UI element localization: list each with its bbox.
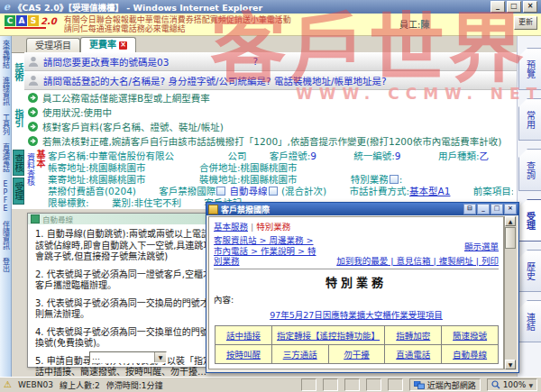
tab-close-icon[interactable]: ×	[119, 41, 127, 50]
notes-window-icon	[31, 214, 40, 223]
link-call-forwarding[interactable]: 指定轉接【遙控指轉功能】	[277, 331, 380, 341]
customer-row-1: 客戶名稱:中華電信股份有限公 公司 客戶證號:9 統一編號:9 用戶種類:乙	[48, 150, 513, 162]
block-paid-audio: 禁撥付費語音(0204)	[48, 186, 136, 196]
limit-label: 限舉標數:	[48, 197, 89, 208]
guide-text: 員工公務電話僅能選擇B型或上網型費率	[42, 91, 210, 105]
user-kind-label: 用戶種類:	[438, 150, 480, 161]
rail-item-call-transfer[interactable]: 來電轉結	[1, 40, 11, 68]
link-do-not-disturb[interactable]: 勿干擾	[344, 350, 370, 360]
block-intl-icon[interactable]	[216, 187, 225, 196]
link-auto-hunting[interactable]: 自動尋線	[453, 350, 487, 360]
zoom-pane[interactable]: 100% ▼	[487, 378, 537, 391]
rail-item-direct-call[interactable]: 直通電話	[1, 143, 11, 172]
zoom-caret-icon[interactable]: ▼	[528, 382, 533, 388]
show-menu-link[interactable]: 顯示選單	[336, 240, 499, 252]
popup-scrollbar[interactable]: ▲ ▼	[504, 216, 517, 369]
billing-address: 帳寄地址:桃園縣桃園市	[48, 162, 146, 173]
dropdown-arrow-icon[interactable]: ▼	[154, 352, 166, 362]
status-pane	[301, 378, 316, 391]
popup-title: 客戶禁撥國際	[221, 204, 270, 215]
zoom-icon	[491, 380, 500, 389]
script-row: 請問電話登記的大名/名稱是? 身分證字號/公司統編是? 電話裝機地址/帳單地址是…	[24, 71, 517, 90]
special-service-announcement-link[interactable]: 97年5月27日因應特業擴大空櫃作業受理項目	[270, 310, 443, 320]
basic-label: 基本	[35, 150, 45, 168]
special-services-table: 話中插接 指定轉接【遙控指轉功能】 指轉加密 簡速撥號 按時叫醒 三方通話 勿干…	[215, 325, 499, 364]
scroll-thumb[interactable]	[505, 227, 516, 249]
tab-query[interactable]: 查詢	[518, 149, 541, 191]
tab-history[interactable]: 歷史	[518, 250, 541, 292]
popup-minimize-button[interactable]: _	[477, 204, 490, 214]
customer-type: 公司	[227, 150, 246, 161]
popup-restore-button[interactable]: □	[491, 204, 503, 214]
nav-basic-service[interactable]: 基本服務	[214, 222, 248, 232]
scroll-up-icon[interactable]: ▲	[505, 216, 516, 226]
page-action-links[interactable]: 加到我的最愛 | 意見信箱 | 複製網址 | 列印	[336, 254, 499, 267]
status-pane	[344, 378, 360, 391]
link-three-way-call[interactable]: 三方通話	[283, 350, 317, 360]
link-call-waiting[interactable]: 話中插接	[226, 331, 261, 341]
green-arrow-icon	[28, 107, 38, 117]
script-section-label: 話術	[13, 54, 24, 90]
script-row: 請問您要更改費率的號碼是03 ?	[24, 52, 517, 71]
link-direct-call[interactable]: 直通電話	[396, 350, 430, 360]
user-kind-value: 乙	[479, 150, 489, 161]
guide-row: 核對客戶資料(客戶名稱、證號、裝址/帳址)	[24, 119, 517, 133]
status-pane	[323, 378, 338, 391]
tab-change-rate-label: 更費率	[89, 40, 116, 50]
rail-item-toolbar[interactable]: 工具列	[1, 114, 11, 135]
install-address: 裝機地址:桃園縣桃園市	[199, 174, 298, 185]
breadcrumb[interactable]: 客服資訊站 > 周邊業務 > 市內電話 > 作業說明 > 特別業務	[214, 235, 322, 267]
tab-accept-items[interactable]: 受理項目	[26, 38, 80, 52]
discard-address: 棄寄地址:桃園縣桃園市	[48, 174, 146, 185]
zoom-level: 100%	[503, 380, 527, 389]
special-service-label: 特別業務	[351, 174, 389, 185]
auto-hunting-label: 自動尋線	[230, 186, 268, 196]
link-forward-encrypt[interactable]: 指轉加密	[396, 331, 430, 341]
rail-item-incoming-info[interactable]: 進線資訊	[1, 77, 11, 105]
cas-logo-underline	[5, 27, 46, 29]
auto-hunting-icon[interactable]	[269, 187, 278, 196]
rail-item-logout[interactable]: 登出	[1, 258, 11, 272]
scroll-down-icon[interactable]: ▼	[505, 360, 516, 369]
window-title: 《CAS 2.0》【受理值機檯】 - Windows Internet Expl…	[14, 1, 262, 14]
special-service-icon[interactable]	[390, 175, 399, 184]
tab-change-rate[interactable]: 更費率×	[80, 37, 136, 52]
tab-preview[interactable]: 預覽	[518, 48, 541, 90]
cas-logo-s: S	[28, 15, 39, 26]
guide-row: 員工公務電話僅能選擇B型或上網型費率	[24, 90, 517, 105]
tab-verify[interactable]: 查核	[13, 150, 24, 176]
notes-dropdown[interactable]: … ▼	[89, 351, 167, 363]
tab-accept[interactable]: 受理	[518, 199, 541, 242]
employee-info: 員工:陳	[399, 17, 429, 31]
popup-title-bar[interactable]: 客戶禁撥國際 ⊟ _ □ ×	[206, 203, 518, 215]
link-speed-dial[interactable]: 簡速撥號	[453, 331, 487, 341]
special-service-colon: :	[399, 174, 403, 185]
notes-dropdown-value: …	[90, 352, 154, 362]
tab-links[interactable]: 連結	[518, 300, 541, 342]
network-zone-label: 近端內部網路	[427, 379, 476, 391]
notice-line-1: 有關今日聯合報報載中華電信消費券搭配寬頻促銷送小筆電活動	[64, 15, 291, 24]
rail-item-companion-info[interactable]: 伴隨資訊	[1, 221, 11, 250]
close-button[interactable]: ×	[523, 1, 537, 13]
popup-extra-button[interactable]: ⊟	[463, 204, 476, 214]
link-wakeup-call[interactable]: 按時叫醒	[226, 350, 261, 360]
cert-no-label: 客戶證號:	[270, 150, 311, 161]
guide-rows: 員工公務電話僅能選擇B型或上網型費率 使用狀況:使用中 核對客戶資料(客戶名稱、…	[24, 90, 517, 148]
block-intl-popup-window: 客戶禁撥國際 ⊟ _ □ × 基本服務|特別業務 客服資訊站 > 周邊業務 > …	[206, 202, 519, 373]
guide-row: 若無法核對正確,婉請客戶自行由該市話話機撥打「1200」,依語音提示作變更(撥打…	[24, 133, 517, 148]
minimize-button[interactable]: _	[491, 1, 505, 13]
popup-close-button[interactable]: ×	[504, 204, 517, 214]
tab-frequent[interactable]: 常用	[518, 98, 541, 141]
guide-text: 若無法核對正確,婉請客戶自行由該市話話機撥打「1200」,依語音提示作變更(撥打…	[42, 134, 501, 148]
rail-item-epfe[interactable]: EPFE	[1, 180, 11, 213]
status-pane	[366, 378, 381, 391]
tab-process[interactable]: 受理	[13, 178, 24, 205]
cas-logo-a: A	[16, 15, 27, 26]
guide-text: 核對客戶資料(客戶名稱、證號、裝址/帳址)	[42, 120, 224, 133]
customer-panel: 查核 受理 資料查核 基本 客戶名稱:中華電信股份有限公 公司 客戶證號:9 統…	[12, 148, 517, 209]
popup-breadcrumb-block: 客服資訊站 > 周邊業務 > 市內電話 > 作業說明 > 特別業務 顯示選單 加…	[214, 235, 499, 269]
cas-logo-c: C	[5, 15, 15, 26]
guide-text: 使用狀況:使用中	[42, 105, 112, 119]
restore-button[interactable]: □	[507, 1, 521, 13]
refresh-button[interactable]: 更新	[514, 16, 537, 30]
